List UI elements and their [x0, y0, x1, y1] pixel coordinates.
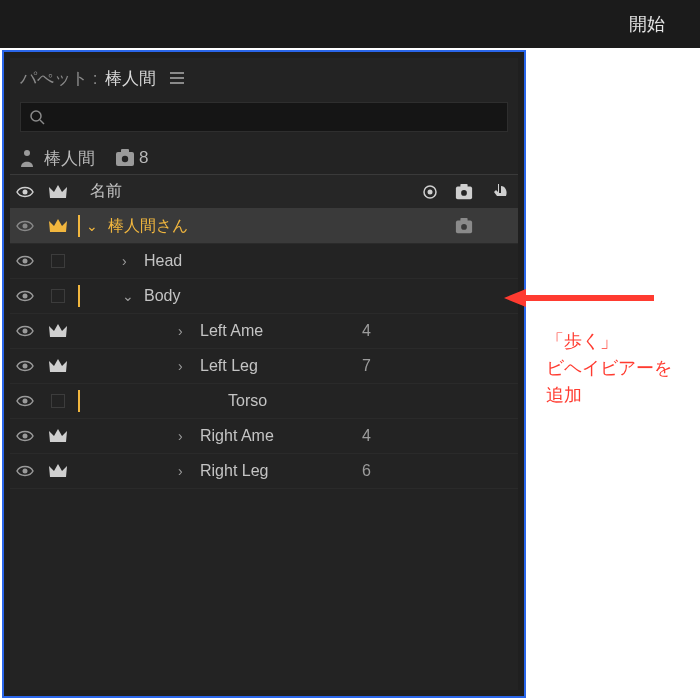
crown-icon[interactable]	[40, 323, 76, 339]
trigger-header-icon[interactable]	[490, 182, 510, 202]
layer-name[interactable]: Torso	[82, 392, 362, 410]
layer-name[interactable]: ›Right Ame	[82, 427, 362, 445]
annotation-line2: ビヘイビアーを	[546, 355, 672, 382]
svg-marker-24	[504, 289, 526, 307]
svg-point-11	[461, 190, 467, 196]
search-icon	[29, 109, 45, 125]
crown-icon[interactable]	[40, 289, 76, 303]
crown-icon[interactable]	[40, 428, 76, 444]
visibility-header-icon	[16, 185, 34, 199]
layer-value: 4	[362, 322, 414, 340]
layer-value: 6	[362, 462, 414, 480]
layer-name[interactable]: ›Left Leg	[82, 357, 362, 375]
visibility-toggle[interactable]	[10, 289, 40, 303]
svg-point-17	[23, 294, 28, 299]
svg-point-18	[23, 329, 28, 334]
crown-icon[interactable]	[40, 218, 76, 234]
panel-menu-icon[interactable]	[170, 72, 184, 84]
crown-icon[interactable]	[40, 463, 76, 479]
svg-point-20	[23, 399, 28, 404]
search-input[interactable]	[20, 102, 508, 132]
app-topbar: 開始	[0, 0, 700, 48]
svg-line-1	[40, 120, 44, 124]
behavior-header-icon[interactable]	[455, 183, 473, 201]
visibility-toggle[interactable]	[10, 394, 40, 408]
search-field[interactable]	[51, 110, 499, 125]
svg-point-19	[23, 364, 28, 369]
panel-title-prefix: パぺット :	[20, 67, 97, 90]
svg-rect-4	[121, 149, 129, 154]
visibility-toggle[interactable]	[10, 464, 40, 478]
layer-name[interactable]: ⌄棒人間さん	[82, 216, 362, 237]
svg-point-21	[23, 434, 28, 439]
crown-icon[interactable]	[40, 394, 76, 408]
puppet-summary: 棒人間 8	[10, 142, 518, 174]
annotation-line1: 「歩く」	[546, 328, 672, 355]
crown-icon[interactable]	[40, 254, 76, 268]
crown-icon[interactable]	[40, 358, 76, 374]
visibility-toggle[interactable]	[10, 324, 40, 338]
visibility-toggle[interactable]	[10, 219, 40, 233]
svg-point-6	[23, 189, 28, 194]
puppet-panel: パぺット : 棒人間 棒人間 8	[2, 50, 526, 698]
behavior-count: 8	[139, 148, 148, 168]
layer-row-root[interactable]: ⌄棒人間さん	[10, 209, 518, 244]
svg-rect-14	[460, 218, 467, 223]
layer-name[interactable]: ›Left Ame	[82, 322, 362, 340]
name-column-header[interactable]: 名前	[82, 181, 362, 202]
puppet-name[interactable]: 棒人間	[44, 147, 95, 170]
visibility-toggle[interactable]	[10, 254, 40, 268]
layer-value: 7	[362, 357, 414, 375]
layer-row-rarm[interactable]: ›Right Ame4	[10, 419, 518, 454]
svg-point-12	[23, 224, 28, 229]
visibility-toggle[interactable]	[10, 359, 40, 373]
behavior-icon	[115, 149, 135, 167]
panel-header: パぺット : 棒人間	[10, 58, 518, 98]
column-header-row: 名前	[10, 174, 518, 209]
record-header-icon[interactable]	[423, 185, 437, 199]
visibility-toggle[interactable]	[10, 429, 40, 443]
layer-name[interactable]: ⌄Body	[82, 287, 362, 305]
svg-rect-10	[460, 183, 467, 188]
layer-row-body[interactable]: ⌄Body	[10, 279, 518, 314]
svg-point-22	[23, 469, 28, 474]
svg-point-2	[24, 150, 30, 156]
layer-row-rleg[interactable]: ›Right Leg6	[10, 454, 518, 489]
svg-point-8	[428, 189, 433, 194]
svg-point-16	[23, 259, 28, 264]
panel-title-name[interactable]: 棒人間	[105, 67, 156, 90]
panel-area: パぺット : 棒人間 棒人間 8	[0, 48, 700, 700]
svg-point-0	[31, 111, 41, 121]
layer-row-lleg[interactable]: ›Left Leg7	[10, 349, 518, 384]
behavior-button[interactable]	[446, 217, 482, 235]
layer-row-head[interactable]: ›Head	[10, 244, 518, 279]
annotation-line3: 追加	[546, 382, 672, 409]
layer-value: 4	[362, 427, 414, 445]
layer-row-larm[interactable]: ›Left Ame4	[10, 314, 518, 349]
crown-header-icon	[48, 184, 68, 200]
annotation-arrow	[504, 287, 654, 309]
start-label[interactable]: 開始	[629, 12, 665, 36]
person-icon	[20, 149, 34, 167]
layer-name[interactable]: ›Right Leg	[82, 462, 362, 480]
layer-row-torso[interactable]: Torso	[10, 384, 518, 419]
svg-point-15	[461, 224, 467, 230]
layer-tree: ⌄棒人間さん›Head⌄Body›Left Ame4›Left Leg7Tors…	[10, 209, 518, 489]
layer-name[interactable]: ›Head	[82, 252, 362, 270]
svg-point-5	[122, 156, 128, 162]
annotation-text: 「歩く」 ビヘイビアーを 追加	[546, 328, 672, 409]
